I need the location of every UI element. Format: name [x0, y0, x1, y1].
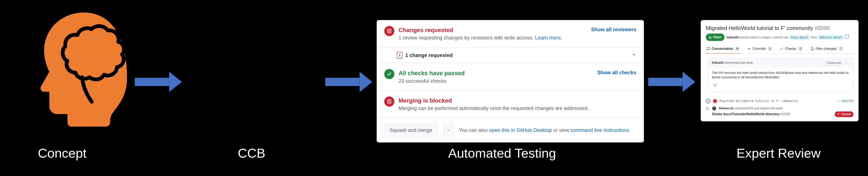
changes-requested-text: Changes requested 1 review requesting ch…: [399, 26, 562, 41]
comment-body: This PR removes the hello world tutorial…: [709, 68, 853, 82]
arrow-2: [325, 72, 372, 92]
mention-avatar: [712, 106, 716, 110]
svg-rect-6: [811, 47, 813, 50]
mention-icon: [706, 106, 710, 110]
commit-icon: [706, 99, 710, 103]
file-diff-icon: [397, 52, 402, 59]
change-requested-count: 1 change requested: [405, 52, 453, 59]
merge-footer: Squash and merge You can also open this …: [377, 118, 644, 143]
squash-merge-button[interactable]: Squash and merge: [384, 124, 437, 136]
caption-concept: Concept: [38, 146, 87, 160]
pr-subtitle: Open hAkselShAkselS wants to merge 1 com…: [701, 33, 859, 44]
checks-passed-text: All checks have passed 23 successful che…: [399, 69, 465, 84]
changes-requested-icon: [384, 26, 394, 36]
open-desktop-link[interactable]: open this in GitHub Desktop: [489, 127, 552, 133]
checks-passed-row: All checks have passed 23 successful che…: [377, 63, 644, 91]
mention-row: thomas-bc mentioned this pull request la…: [706, 106, 854, 110]
svg-point-2: [709, 36, 710, 37]
chevron-down-icon: [632, 52, 636, 59]
svg-point-11: [838, 115, 838, 115]
add-reaction-button[interactable]: [712, 82, 718, 88]
show-all-reviewers-link[interactable]: Show all reviewers: [591, 26, 636, 33]
kebab-icon[interactable]: · · ·: [846, 61, 850, 65]
concept-head-icon: [29, 8, 139, 127]
cli-instructions-link[interactable]: command line instructions: [571, 127, 629, 133]
caption-expert: Expert Review: [737, 146, 820, 160]
show-all-checks-link[interactable]: Show all checks: [597, 69, 636, 76]
collaborator-label: Collaborator: [824, 60, 844, 66]
svg-point-3: [709, 37, 710, 39]
commit-avatar: [713, 99, 717, 103]
pr-open-pill: Open: [706, 33, 724, 41]
checks-passed-icon: [384, 69, 394, 79]
automated-testing-panel: Changes requested 1 review requesting ch…: [377, 20, 644, 143]
commit-message[interactable]: Migrated HelloWorld tutorial to F' commu…: [720, 99, 798, 103]
svg-point-5: [748, 48, 750, 49]
arrow-3: [648, 72, 695, 92]
merging-blocked-sub: Merging can be performed automatically o…: [399, 105, 589, 112]
head-branch[interactable]: hAkselS:devel: [818, 35, 844, 40]
commit-timeline-item: Migrated HelloWorld tutorial to F' commu…: [706, 99, 854, 103]
merging-blocked-row: Merging is blocked Merging can be perfor…: [377, 91, 644, 118]
base-branch[interactable]: nasa:devel: [789, 35, 810, 40]
tab-files[interactable]: Files changed7: [810, 44, 844, 54]
learn-more-link[interactable]: Learn more.: [535, 35, 562, 41]
svg-point-10: [838, 113, 838, 114]
tab-commits[interactable]: Commits1: [747, 44, 773, 54]
pr-comment: hAkselS commented last week Collaborator…: [708, 58, 854, 91]
merge-caret-button[interactable]: [443, 124, 453, 136]
pr-number: #2095: [814, 25, 830, 31]
copy-icon[interactable]: [845, 34, 849, 39]
changes-requested-sub: 1 review requesting changes by reviewers…: [399, 34, 562, 41]
checks-passed-sub: 23 successful checks: [399, 77, 465, 85]
caption-automated: Automated Testing: [448, 146, 556, 160]
commit-hash[interactable]: c8e1f53: [841, 99, 854, 103]
change-requested-line[interactable]: 1 change requested: [377, 48, 644, 63]
diagram-stage: Changes requested 1 review requesting ch…: [0, 0, 868, 176]
arrow-1: [135, 72, 182, 92]
mention-ref[interactable]: Delete docs/Tutorials/HelloWorld directo…: [706, 111, 854, 117]
changes-requested-title: Changes requested: [399, 26, 562, 34]
footer-text: You can also open this in GitHub Desktop…: [459, 127, 631, 134]
pr-panel: Migrated HelloWorld tutorial to F' commu…: [701, 20, 859, 121]
checks-passed-title: All checks have passed: [399, 69, 465, 77]
tab-conversation[interactable]: Conversation4: [706, 44, 741, 54]
tab-checks[interactable]: Checks0: [779, 44, 804, 54]
svg-point-4: [710, 37, 711, 39]
merging-blocked-title: Merging is blocked: [399, 96, 589, 105]
pr-tabs: Conversation4 Commits1 Checks0 Files cha…: [701, 44, 859, 54]
pr-title: Migrated HelloWorld tutorial to F' commu…: [701, 20, 859, 33]
merging-blocked-icon: [384, 96, 394, 106]
closed-pill: Closed: [835, 111, 854, 117]
changes-requested-row: Changes requested 1 review requesting ch…: [377, 20, 644, 48]
merging-blocked-text: Merging is blocked Merging can be perfor…: [399, 96, 589, 112]
svg-point-7: [714, 84, 716, 86]
caption-ccb: CCB: [238, 146, 265, 160]
